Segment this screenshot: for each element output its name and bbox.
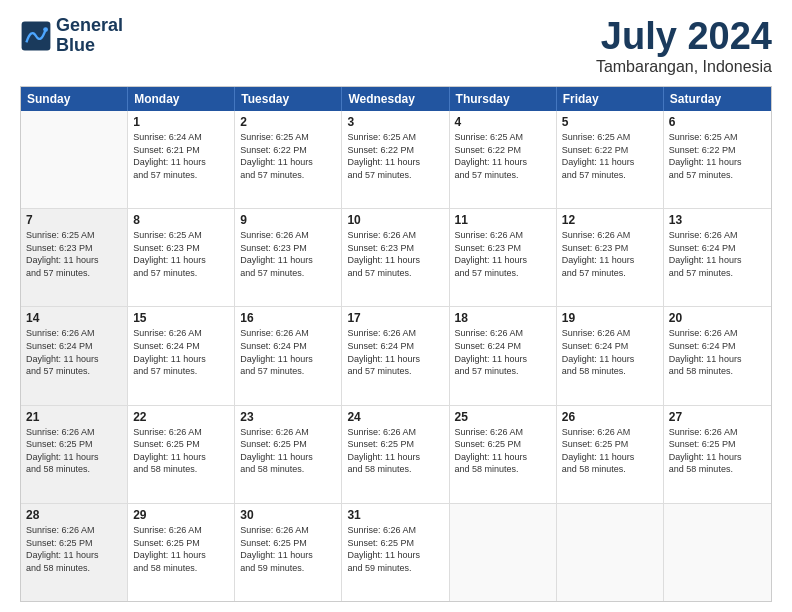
- cell-details: Sunrise: 6:26 AM Sunset: 6:25 PM Dayligh…: [455, 426, 551, 476]
- calendar-cell: 15Sunrise: 6:26 AM Sunset: 6:24 PM Dayli…: [128, 307, 235, 404]
- title-block: July 2024 Tambarangan, Indonesia: [596, 16, 772, 76]
- cell-details: Sunrise: 6:26 AM Sunset: 6:24 PM Dayligh…: [562, 327, 658, 377]
- calendar-cell: 26Sunrise: 6:26 AM Sunset: 6:25 PM Dayli…: [557, 406, 664, 503]
- cell-details: Sunrise: 6:26 AM Sunset: 6:24 PM Dayligh…: [133, 327, 229, 377]
- day-number: 11: [455, 212, 551, 228]
- calendar-cell: 12Sunrise: 6:26 AM Sunset: 6:23 PM Dayli…: [557, 209, 664, 306]
- day-number: 27: [669, 409, 766, 425]
- calendar-row: 7Sunrise: 6:25 AM Sunset: 6:23 PM Daylig…: [21, 209, 771, 307]
- weekday-header: Saturday: [664, 87, 771, 111]
- cell-details: Sunrise: 6:26 AM Sunset: 6:23 PM Dayligh…: [347, 229, 443, 279]
- calendar-row: 14Sunrise: 6:26 AM Sunset: 6:24 PM Dayli…: [21, 307, 771, 405]
- day-number: 1: [133, 114, 229, 130]
- calendar-cell: 20Sunrise: 6:26 AM Sunset: 6:24 PM Dayli…: [664, 307, 771, 404]
- calendar-cell: 9Sunrise: 6:26 AM Sunset: 6:23 PM Daylig…: [235, 209, 342, 306]
- cell-details: Sunrise: 6:26 AM Sunset: 6:23 PM Dayligh…: [562, 229, 658, 279]
- cell-details: Sunrise: 6:25 AM Sunset: 6:22 PM Dayligh…: [347, 131, 443, 181]
- calendar-row: 1Sunrise: 6:24 AM Sunset: 6:21 PM Daylig…: [21, 111, 771, 209]
- cell-details: Sunrise: 6:26 AM Sunset: 6:25 PM Dayligh…: [26, 524, 122, 574]
- calendar-cell: 19Sunrise: 6:26 AM Sunset: 6:24 PM Dayli…: [557, 307, 664, 404]
- calendar-cell: 18Sunrise: 6:26 AM Sunset: 6:24 PM Dayli…: [450, 307, 557, 404]
- cell-details: Sunrise: 6:25 AM Sunset: 6:23 PM Dayligh…: [133, 229, 229, 279]
- day-number: 6: [669, 114, 766, 130]
- cell-details: Sunrise: 6:26 AM Sunset: 6:25 PM Dayligh…: [562, 426, 658, 476]
- cell-details: Sunrise: 6:25 AM Sunset: 6:22 PM Dayligh…: [669, 131, 766, 181]
- header: General Blue July 2024 Tambarangan, Indo…: [20, 16, 772, 76]
- day-number: 17: [347, 310, 443, 326]
- cell-details: Sunrise: 6:26 AM Sunset: 6:24 PM Dayligh…: [347, 327, 443, 377]
- day-number: 21: [26, 409, 122, 425]
- cell-details: Sunrise: 6:26 AM Sunset: 6:25 PM Dayligh…: [133, 426, 229, 476]
- calendar-header: SundayMondayTuesdayWednesdayThursdayFrid…: [21, 87, 771, 111]
- cell-details: Sunrise: 6:25 AM Sunset: 6:23 PM Dayligh…: [26, 229, 122, 279]
- weekday-header: Friday: [557, 87, 664, 111]
- day-number: 31: [347, 507, 443, 523]
- calendar-body: 1Sunrise: 6:24 AM Sunset: 6:21 PM Daylig…: [21, 111, 771, 601]
- cell-details: Sunrise: 6:26 AM Sunset: 6:25 PM Dayligh…: [347, 426, 443, 476]
- calendar-cell: 5Sunrise: 6:25 AM Sunset: 6:22 PM Daylig…: [557, 111, 664, 208]
- calendar-cell: 27Sunrise: 6:26 AM Sunset: 6:25 PM Dayli…: [664, 406, 771, 503]
- day-number: 18: [455, 310, 551, 326]
- calendar-cell: 7Sunrise: 6:25 AM Sunset: 6:23 PM Daylig…: [21, 209, 128, 306]
- weekday-header: Tuesday: [235, 87, 342, 111]
- day-number: 10: [347, 212, 443, 228]
- calendar-cell: 10Sunrise: 6:26 AM Sunset: 6:23 PM Dayli…: [342, 209, 449, 306]
- day-number: 22: [133, 409, 229, 425]
- calendar-cell: 30Sunrise: 6:26 AM Sunset: 6:25 PM Dayli…: [235, 504, 342, 601]
- cell-details: Sunrise: 6:26 AM Sunset: 6:24 PM Dayligh…: [240, 327, 336, 377]
- calendar-cell: 3Sunrise: 6:25 AM Sunset: 6:22 PM Daylig…: [342, 111, 449, 208]
- calendar-cell: 13Sunrise: 6:26 AM Sunset: 6:24 PM Dayli…: [664, 209, 771, 306]
- calendar-cell: [557, 504, 664, 601]
- calendar-cell: 1Sunrise: 6:24 AM Sunset: 6:21 PM Daylig…: [128, 111, 235, 208]
- day-number: 30: [240, 507, 336, 523]
- main-title: July 2024: [596, 16, 772, 58]
- cell-details: Sunrise: 6:26 AM Sunset: 6:25 PM Dayligh…: [240, 524, 336, 574]
- calendar-cell: [450, 504, 557, 601]
- cell-details: Sunrise: 6:26 AM Sunset: 6:24 PM Dayligh…: [669, 229, 766, 279]
- logo-text: General Blue: [56, 16, 123, 56]
- weekday-header: Thursday: [450, 87, 557, 111]
- calendar-cell: 21Sunrise: 6:26 AM Sunset: 6:25 PM Dayli…: [21, 406, 128, 503]
- day-number: 3: [347, 114, 443, 130]
- calendar-cell: 31Sunrise: 6:26 AM Sunset: 6:25 PM Dayli…: [342, 504, 449, 601]
- weekday-header: Sunday: [21, 87, 128, 111]
- cell-details: Sunrise: 6:26 AM Sunset: 6:24 PM Dayligh…: [455, 327, 551, 377]
- day-number: 2: [240, 114, 336, 130]
- cell-details: Sunrise: 6:25 AM Sunset: 6:22 PM Dayligh…: [562, 131, 658, 181]
- cell-details: Sunrise: 6:25 AM Sunset: 6:22 PM Dayligh…: [240, 131, 336, 181]
- calendar-cell: 24Sunrise: 6:26 AM Sunset: 6:25 PM Dayli…: [342, 406, 449, 503]
- weekday-header: Monday: [128, 87, 235, 111]
- logo: General Blue: [20, 16, 123, 56]
- calendar-cell: 29Sunrise: 6:26 AM Sunset: 6:25 PM Dayli…: [128, 504, 235, 601]
- calendar-cell: 28Sunrise: 6:26 AM Sunset: 6:25 PM Dayli…: [21, 504, 128, 601]
- calendar-cell: 4Sunrise: 6:25 AM Sunset: 6:22 PM Daylig…: [450, 111, 557, 208]
- day-number: 15: [133, 310, 229, 326]
- day-number: 28: [26, 507, 122, 523]
- day-number: 19: [562, 310, 658, 326]
- calendar-row: 21Sunrise: 6:26 AM Sunset: 6:25 PM Dayli…: [21, 406, 771, 504]
- day-number: 29: [133, 507, 229, 523]
- day-number: 8: [133, 212, 229, 228]
- day-number: 14: [26, 310, 122, 326]
- calendar-cell: [21, 111, 128, 208]
- logo-icon: [20, 20, 52, 52]
- calendar-cell: 23Sunrise: 6:26 AM Sunset: 6:25 PM Dayli…: [235, 406, 342, 503]
- day-number: 9: [240, 212, 336, 228]
- cell-details: Sunrise: 6:25 AM Sunset: 6:22 PM Dayligh…: [455, 131, 551, 181]
- calendar-cell: 22Sunrise: 6:26 AM Sunset: 6:25 PM Dayli…: [128, 406, 235, 503]
- cell-details: Sunrise: 6:26 AM Sunset: 6:25 PM Dayligh…: [240, 426, 336, 476]
- day-number: 20: [669, 310, 766, 326]
- calendar-cell: 25Sunrise: 6:26 AM Sunset: 6:25 PM Dayli…: [450, 406, 557, 503]
- day-number: 25: [455, 409, 551, 425]
- cell-details: Sunrise: 6:24 AM Sunset: 6:21 PM Dayligh…: [133, 131, 229, 181]
- cell-details: Sunrise: 6:26 AM Sunset: 6:24 PM Dayligh…: [669, 327, 766, 377]
- day-number: 23: [240, 409, 336, 425]
- day-number: 5: [562, 114, 658, 130]
- cell-details: Sunrise: 6:26 AM Sunset: 6:24 PM Dayligh…: [26, 327, 122, 377]
- day-number: 4: [455, 114, 551, 130]
- day-number: 13: [669, 212, 766, 228]
- calendar-cell: 8Sunrise: 6:25 AM Sunset: 6:23 PM Daylig…: [128, 209, 235, 306]
- calendar-cell: 11Sunrise: 6:26 AM Sunset: 6:23 PM Dayli…: [450, 209, 557, 306]
- calendar-cell: 14Sunrise: 6:26 AM Sunset: 6:24 PM Dayli…: [21, 307, 128, 404]
- cell-details: Sunrise: 6:26 AM Sunset: 6:25 PM Dayligh…: [669, 426, 766, 476]
